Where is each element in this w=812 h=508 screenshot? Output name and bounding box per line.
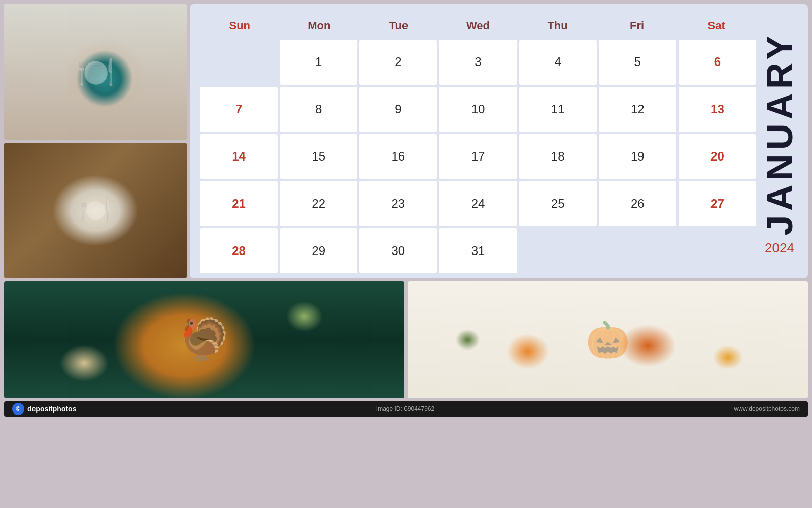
cal-cell-15: 15 bbox=[280, 134, 357, 179]
month-label-area: JANUARY 2024 bbox=[761, 14, 803, 273]
brand-name: depositphotos bbox=[27, 405, 76, 413]
bottom-photos bbox=[4, 281, 808, 398]
cal-cell-7: 7 bbox=[200, 87, 278, 132]
day-header-thu: Thu bbox=[518, 14, 597, 38]
cal-cell-3: 3 bbox=[439, 40, 517, 85]
cal-cell-4: 4 bbox=[519, 40, 597, 85]
day-header-wed: Wed bbox=[438, 14, 518, 38]
top-section: Sun Mon Tue Wed Thu Fri Sat 1 2 3 4 5 bbox=[4, 4, 808, 278]
cal-cell-8: 8 bbox=[280, 87, 357, 132]
cal-cell-1: 1 bbox=[280, 40, 357, 85]
year-label: 2024 bbox=[765, 240, 794, 256]
month-name: JANUARY bbox=[761, 31, 798, 235]
cal-cell-11: 11 bbox=[519, 87, 597, 132]
cal-cell-9: 9 bbox=[359, 87, 437, 132]
bottom-bar: © depositphotos Image ID: 690447962 www.… bbox=[4, 401, 808, 417]
cal-cell-28: 28 bbox=[200, 228, 278, 273]
image-id: Image ID: 690447962 bbox=[376, 405, 434, 412]
cal-cell-23: 23 bbox=[359, 181, 437, 226]
cal-cell-27: 27 bbox=[679, 181, 756, 226]
cal-cell-30: 30 bbox=[359, 228, 437, 273]
cal-cell-17: 17 bbox=[439, 134, 517, 179]
cal-cell-31: 31 bbox=[439, 228, 517, 273]
photo-table-setting bbox=[4, 4, 187, 140]
cal-cell-5: 5 bbox=[599, 40, 676, 85]
calendar-grid-area: Sun Mon Tue Wed Thu Fri Sat 1 2 3 4 5 bbox=[200, 14, 756, 273]
cal-cell-13: 13 bbox=[679, 87, 756, 132]
cal-cell-26: 26 bbox=[599, 181, 676, 226]
cal-cell-22: 22 bbox=[280, 181, 357, 226]
day-header-tue: Tue bbox=[359, 14, 438, 38]
day-header-fri: Fri bbox=[597, 14, 677, 38]
page-container: Sun Mon Tue Wed Thu Fri Sat 1 2 3 4 5 bbox=[0, 0, 812, 508]
cal-cell-21: 21 bbox=[200, 181, 278, 226]
cal-cell-empty3 bbox=[599, 228, 676, 273]
website-url: www.depositphotos.com bbox=[734, 405, 800, 412]
calendar-grid: 1 2 3 4 5 6 7 8 9 10 11 12 13 14 15 bbox=[200, 40, 756, 273]
cal-cell-19: 19 bbox=[599, 134, 676, 179]
logo-icon: © bbox=[12, 403, 24, 415]
cal-cell-14: 14 bbox=[200, 134, 278, 179]
cal-cell-empty bbox=[200, 40, 278, 85]
cal-cell-empty2 bbox=[519, 228, 597, 273]
cal-cell-29: 29 bbox=[280, 228, 357, 273]
left-photos bbox=[4, 4, 187, 278]
day-header-sun: Sun bbox=[200, 14, 280, 38]
photo-thanksgiving bbox=[4, 281, 404, 398]
day-header-mon: Mon bbox=[280, 14, 359, 38]
cal-cell-12: 12 bbox=[599, 87, 676, 132]
cal-cell-2: 2 bbox=[359, 40, 437, 85]
cal-cell-25: 25 bbox=[519, 181, 597, 226]
photo-autumn-table bbox=[408, 281, 808, 398]
days-header: Sun Mon Tue Wed Thu Fri Sat bbox=[200, 14, 756, 38]
calendar-section: Sun Mon Tue Wed Thu Fri Sat 1 2 3 4 5 bbox=[190, 4, 808, 278]
cal-cell-24: 24 bbox=[439, 181, 517, 226]
cal-cell-16: 16 bbox=[359, 134, 437, 179]
cal-cell-6: 6 bbox=[679, 40, 756, 85]
cal-cell-20: 20 bbox=[679, 134, 756, 179]
photo-vintage-plate bbox=[4, 143, 187, 278]
cal-cell-18: 18 bbox=[519, 134, 597, 179]
cal-cell-empty4 bbox=[679, 228, 756, 273]
depositphotos-logo: © depositphotos bbox=[12, 403, 76, 415]
cal-cell-10: 10 bbox=[439, 87, 517, 132]
day-header-sat: Sat bbox=[676, 14, 756, 38]
